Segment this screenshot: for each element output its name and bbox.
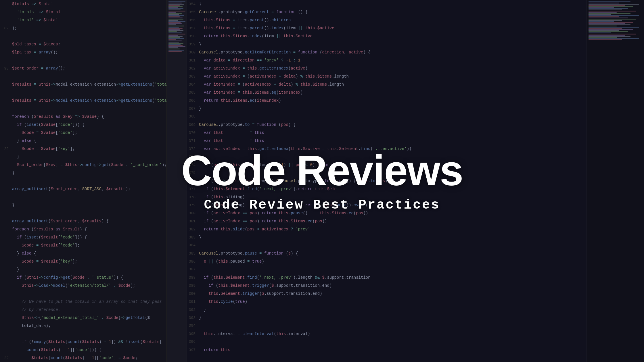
sub-title: Code Review Best Practices <box>204 198 440 213</box>
hero-overlay: Code Reviews Code Review Best Practices <box>0 0 644 362</box>
main-title: Code Reviews <box>181 149 463 192</box>
